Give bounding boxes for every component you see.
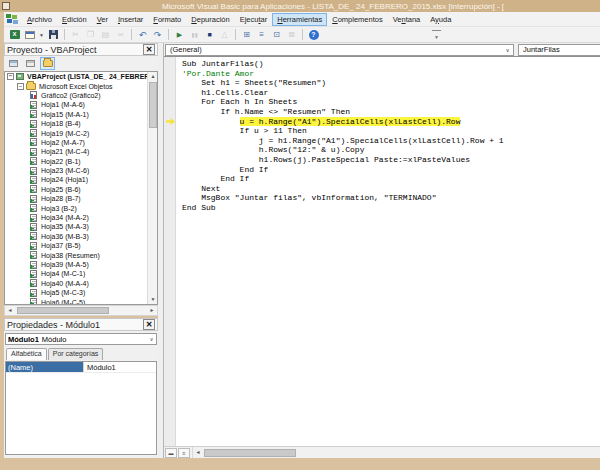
object-dropdown[interactable]: (General) ∨: [165, 44, 514, 56]
project-explorer-icon[interactable]: ⊞: [240, 29, 253, 41]
code-line[interactable]: h1.Rows(j).PasteSpecial Paste:=xlPasteVa…: [182, 155, 600, 165]
collapse-icon[interactable]: −: [7, 73, 14, 80]
project-close-icon[interactable]: ✕: [143, 44, 155, 55]
code-line[interactable]: h1.Cells.Clear: [182, 88, 600, 98]
find-icon[interactable]: ∞: [114, 29, 127, 41]
tree-item[interactable]: Hoja24 (Hoja1): [5, 175, 147, 184]
code-line[interactable]: h.Rows("12:" & u).Copy: [182, 145, 600, 155]
chevron-down-icon[interactable]: ∨: [502, 47, 513, 53]
code-text[interactable]: Sub JuntarFilas() 'Por.Dante Amor Set h1…: [177, 57, 600, 446]
scroll-down-icon[interactable]: ▼: [148, 295, 158, 304]
tree-item[interactable]: Hoja3 (B-2): [5, 203, 147, 212]
menu-ver[interactable]: Ver: [92, 13, 113, 26]
paste-icon[interactable]: ▤: [99, 29, 112, 41]
code-line[interactable]: j = h1.Range("A1").SpecialCells(xlLastCe…: [182, 136, 600, 146]
menu-ejecutar[interactable]: Ejecutar: [235, 13, 273, 26]
tree-item[interactable]: Hoja2 (M-A-7): [5, 138, 147, 147]
procedure-dropdown[interactable]: JuntarFilas: [518, 44, 600, 56]
procedure-view-icon[interactable]: ▬: [165, 448, 177, 458]
view-excel-icon[interactable]: X: [8, 29, 21, 41]
code-line[interactable]: MsgBox "Juntar filas", vbInformation, "T…: [182, 193, 600, 203]
scroll-up-icon[interactable]: ▲: [148, 72, 158, 81]
code-line[interactable]: For Each h In Sheets: [182, 97, 600, 107]
menu-depuracion[interactable]: Depuración: [186, 13, 234, 26]
tree-item[interactable]: Hoja15 (M-A-1): [5, 110, 147, 119]
tab-categorized[interactable]: Por categorías: [48, 348, 104, 360]
tree-item[interactable]: Hoja36 (M-B-3): [5, 232, 147, 241]
property-value-cell[interactable]: Módulo1: [84, 362, 116, 372]
code-line[interactable]: End If: [182, 165, 600, 175]
properties-window-icon[interactable]: ≡: [255, 29, 268, 41]
menu-ventana[interactable]: Ventana: [388, 13, 426, 26]
full-module-view-icon[interactable]: ≡: [178, 448, 190, 458]
copy-icon[interactable]: ❐: [84, 29, 97, 41]
tree-item[interactable]: Hoja6 (M-C-5): [5, 297, 147, 304]
tree-item[interactable]: Hoja39 (M-A-5): [5, 260, 147, 269]
scroll-left-icon[interactable]: ◄: [193, 448, 203, 457]
tree-item[interactable]: Hoja28 (B-7): [5, 194, 147, 203]
tree-folder-excel-objects[interactable]: − Microsoft Excel Objetos: [5, 81, 147, 90]
reset-icon[interactable]: ■: [203, 29, 216, 41]
code-line[interactable]: 'Por.Dante Amor: [182, 69, 600, 79]
menu-archivo[interactable]: Archivo: [22, 13, 57, 26]
toolbox-icon[interactable]: ⊠: [285, 29, 298, 41]
tree-item[interactable]: Gráfico2 (Gráfico2): [5, 91, 147, 100]
scroll-right-icon[interactable]: ►: [147, 306, 157, 315]
menu-edicion[interactable]: Edición: [57, 13, 92, 26]
code-line[interactable]: u = h.Range("A1").SpecialCells(xlLastCel…: [182, 117, 600, 127]
property-row[interactable]: (Name) Módulo1: [6, 362, 156, 373]
scrollbar-thumb[interactable]: [204, 449, 296, 457]
window-system-icon[interactable]: [2, 2, 10, 10]
tree-item[interactable]: Hoja22 (B-1): [5, 157, 147, 166]
tree-item[interactable]: Hoja38 (Resumen): [5, 250, 147, 259]
tree-item[interactable]: Hoja40 (M-A-4): [5, 279, 147, 288]
design-mode-icon[interactable]: △: [218, 29, 231, 41]
code-line[interactable]: If h.Name <> "Resumen" Then: [182, 107, 600, 117]
tree-item[interactable]: Hoja25 (B-6): [5, 185, 147, 194]
scrollbar-thumb[interactable]: [17, 307, 109, 314]
view-object-button[interactable]: [23, 57, 38, 70]
tree-item[interactable]: Hoja21 (M-C-4): [5, 147, 147, 156]
tree-item[interactable]: Hoja34 (M-A-2): [5, 213, 147, 222]
break-icon[interactable]: ▮▮: [188, 29, 201, 41]
redo-icon[interactable]: ↷: [151, 29, 164, 41]
tree-item[interactable]: Hoja35 (M-A-3): [5, 222, 147, 231]
code-line[interactable]: Next: [182, 184, 600, 194]
insert-dropdown-icon[interactable]: ▼: [38, 29, 45, 41]
toggle-folders-button[interactable]: [40, 57, 55, 70]
code-editor[interactable]: Sub JuntarFilas() 'Por.Dante Amor Set h1…: [164, 57, 600, 446]
object-selector-dropdown[interactable]: Módulo1 Módulo ∨: [5, 333, 157, 345]
project-horizontal-scrollbar[interactable]: ◄ ►: [4, 305, 158, 316]
toolbar-overflow-icon[interactable]: ▼: [432, 30, 441, 40]
tree-item[interactable]: Hoja5 (M-C-3): [5, 288, 147, 297]
cut-icon[interactable]: ✂: [69, 29, 82, 41]
insert-userform-icon[interactable]: [23, 29, 36, 41]
property-name-cell[interactable]: (Name): [6, 362, 84, 372]
tree-item[interactable]: Hoja18 (B-4): [5, 119, 147, 128]
breakpoint-margin[interactable]: [164, 57, 176, 446]
scrollbar-thumb[interactable]: [149, 82, 157, 128]
tree-item[interactable]: Hoja23 (M-C-6): [5, 166, 147, 175]
tree-item[interactable]: Hoja1 (M-A-6): [5, 100, 147, 109]
menu-herramientas[interactable]: Herramientas: [272, 13, 327, 26]
tree-item[interactable]: Hoja4 (M-C-1): [5, 269, 147, 278]
project-vertical-scrollbar[interactable]: ▲ ▼: [147, 72, 157, 304]
code-line[interactable]: End Sub: [182, 203, 600, 213]
code-line[interactable]: Sub JuntarFilas(): [182, 59, 600, 69]
view-code-button[interactable]: [6, 57, 21, 70]
undo-icon[interactable]: ↶: [136, 29, 149, 41]
help-icon[interactable]: ?: [307, 29, 320, 41]
properties-close-icon[interactable]: ✕: [143, 319, 155, 330]
code-horizontal-scrollbar[interactable]: ◄: [192, 447, 600, 458]
scroll-left-icon[interactable]: ◄: [5, 306, 15, 315]
tree-item[interactable]: Hoja37 (B-5): [5, 241, 147, 250]
object-browser-icon[interactable]: ⊡: [270, 29, 283, 41]
menu-formato[interactable]: Formato: [148, 13, 186, 26]
run-icon[interactable]: ▶: [173, 29, 186, 41]
menu-insertar[interactable]: Insertar: [113, 13, 148, 26]
code-line[interactable]: If u > 11 Then: [182, 126, 600, 136]
tree-item[interactable]: Hoja19 (M-C-2): [5, 128, 147, 137]
tab-alphabetic[interactable]: Alfabética: [6, 348, 47, 360]
menu-complementos[interactable]: Complementos: [327, 13, 387, 26]
tree-root-vbaproject[interactable]: − VBAProject (LISTA_DE_ 24_FEBRERO_2015.…: [5, 72, 147, 81]
